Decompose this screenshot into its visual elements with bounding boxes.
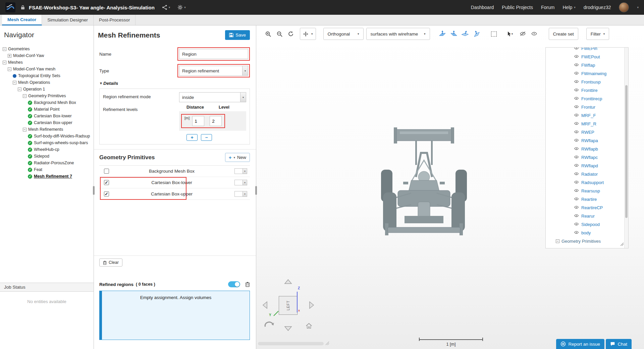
viewport[interactable]: ▾ Orthogonal ▾ surfaces with wireframe ▾ (256, 25, 644, 349)
tree-item-geometry-primitives[interactable]: −Geometry Primitives (0, 93, 93, 99)
entity-item-fwmainwing[interactable]: FWmainwing (546, 69, 628, 78)
navigator-resize-handle[interactable] (93, 186, 95, 195)
refresh-view-icon[interactable] (286, 30, 295, 38)
clip-plane-free-icon[interactable] (472, 30, 481, 38)
nav-link-forum[interactable]: Forum (541, 5, 554, 10)
save-button[interactable]: Save (225, 30, 250, 40)
entity-item-radiator[interactable]: Radiator (546, 170, 628, 178)
entity-item-rwflapc[interactable]: RWflapc (546, 153, 628, 162)
panel-resize-corner-icon[interactable] (620, 241, 624, 247)
visibility-eye-icon[interactable] (574, 171, 579, 177)
horizontal-scrollbar[interactable] (258, 342, 324, 345)
tree-item-wheelhub-cp[interactable]: ✓WheelHub-cp (0, 146, 93, 153)
visibility-eye-icon[interactable] (574, 62, 579, 68)
visibility-eye-icon[interactable] (574, 163, 579, 169)
rotate-right-arrow[interactable] (309, 301, 314, 310)
tree-item-feat[interactable]: ✓Feat (0, 166, 93, 173)
rotate-left-arrow[interactable] (262, 301, 268, 310)
panel-resize-handle[interactable] (255, 186, 257, 195)
tree-item-geometries[interactable]: −Geometries (0, 46, 93, 52)
visibility-eye-icon[interactable] (574, 88, 579, 94)
nav-link-public-projects[interactable]: Public Projects (502, 5, 533, 10)
report-issue-button[interactable]: Report an issue (556, 339, 604, 349)
tree-item-material-point[interactable]: ✓Material Point (0, 106, 93, 113)
tab-mesh-creator[interactable]: Mesh Creator (2, 15, 42, 25)
row-options-select[interactable]: ▾ (234, 180, 247, 185)
entity-item-rwep[interactable]: RWEP (546, 128, 628, 136)
tab-post-processor[interactable]: Post-Processor (94, 15, 136, 25)
tree-item-operation-1[interactable]: −Operation 1 (0, 86, 93, 93)
show-all-icon[interactable] (530, 30, 539, 38)
zoom-out-icon[interactable] (275, 30, 284, 38)
home-view-icon[interactable] (305, 323, 313, 331)
entity-item-frontsusp[interactable]: Frontsusp (546, 78, 628, 86)
level-input[interactable] (210, 116, 222, 126)
visibility-eye-icon[interactable] (574, 188, 579, 194)
entity-group-geometry-primitives[interactable]: −Geometry Primitives (546, 237, 628, 245)
visibility-eye-icon[interactable] (574, 129, 579, 135)
pan-tool-button[interactable]: ▾ (300, 28, 316, 40)
entity-item-fwflap[interactable]: FWflap (546, 61, 628, 69)
scrollbar-thumb[interactable] (625, 85, 628, 218)
visibility-eye-icon[interactable] (574, 121, 579, 127)
entity-scrollbar[interactable] (624, 48, 628, 248)
visibility-eye-icon[interactable] (574, 104, 579, 110)
entity-item-reartire[interactable]: Reartire (546, 195, 628, 203)
tree-item-mesh-operations[interactable]: −Mesh Operations (0, 79, 93, 86)
tab-simulation-designer[interactable]: Simulation Designer (42, 15, 94, 25)
rotate-up-arrow[interactable] (284, 279, 292, 286)
tree-item-radiator-porouszone[interactable]: ✓Radiator-PorousZone (0, 160, 93, 166)
visibility-eye-icon[interactable] (574, 138, 579, 144)
visibility-eye-icon[interactable] (574, 47, 579, 52)
clip-plane-x-icon[interactable] (438, 30, 447, 38)
entity-item-rearur[interactable]: Rearur (546, 212, 628, 220)
checkbox-background-mesh-box[interactable] (104, 169, 109, 174)
distance-input[interactable] (192, 116, 204, 126)
entity-item-body[interactable]: body (546, 229, 628, 237)
entity-item-rearsusp[interactable]: Rearsusp (546, 187, 628, 195)
tree-item-cartesian-box-lower[interactable]: ✓Cartesian Box-lower (0, 113, 93, 119)
rotate-down-arrow[interactable] (284, 326, 292, 333)
avatar[interactable] (619, 2, 629, 12)
visibility-eye-icon[interactable] (574, 79, 579, 85)
app-logo-icon[interactable] (5, 2, 15, 12)
entity-item-rwflapa[interactable]: RWflapa (546, 136, 628, 145)
checkbox-cartesian-box-upper[interactable] (104, 191, 109, 196)
row-options-select[interactable]: ▾ (234, 191, 247, 197)
visibility-eye-icon[interactable] (574, 96, 579, 102)
tree-item-model-conf-yaw[interactable]: +Model-Conf-Yaw (0, 52, 93, 59)
visibility-eye-icon[interactable] (574, 180, 579, 186)
visibility-eye-icon[interactable] (574, 146, 579, 152)
share-button[interactable]: ▾ (162, 5, 170, 10)
projection-select[interactable]: Orthogonal ▾ (323, 28, 364, 40)
tree-item-sidepod[interactable]: ✓Sidepod (0, 153, 93, 160)
tree-item-mesh-refinements[interactable]: −Mesh Refinements (0, 126, 93, 133)
select-tool-button[interactable]: ▾ (504, 30, 516, 38)
resize-grip-icon[interactable] (325, 341, 329, 347)
tree-item-model-conf-yaw-mesh[interactable]: −Model-Conf-Yaw mesh (0, 66, 93, 72)
chat-button[interactable]: Chat (606, 339, 632, 349)
visibility-eye-icon[interactable] (574, 205, 579, 211)
zoom-in-icon[interactable] (264, 30, 272, 38)
assignment-toggle[interactable] (228, 281, 240, 287)
visibility-eye-icon[interactable] (574, 213, 579, 219)
create-set-button[interactable]: Create set (549, 28, 578, 40)
car-model-render[interactable] (380, 126, 471, 255)
name-input[interactable] (179, 49, 248, 59)
clip-plane-y-icon[interactable] (449, 30, 458, 38)
render-mode-select[interactable]: surfaces with wireframe ▾ (366, 28, 430, 40)
tree-item-surf-body-diff-wsides-radsup[interactable]: ✓Surf-body-diff-Wsides-Radsup (0, 133, 93, 139)
visibility-eye-icon[interactable] (574, 222, 579, 228)
mode-select[interactable]: inside ▾ (179, 92, 246, 102)
row-options-select[interactable]: ▾ (234, 168, 247, 174)
hide-selection-icon[interactable] (519, 30, 527, 38)
entity-item-fronttire[interactable]: Fronttire (546, 86, 628, 95)
visibility-eye-icon[interactable] (574, 155, 579, 161)
entity-item-reartirecp[interactable]: ReartireCP (546, 203, 628, 212)
new-primitive-button[interactable]: + ▾ New (225, 153, 250, 162)
add-level-button[interactable]: + (186, 134, 198, 141)
view-cube[interactable]: LEFT (279, 296, 298, 315)
entity-item-fwepin[interactable]: FWEPin (546, 47, 628, 53)
remove-level-button[interactable]: − (201, 134, 212, 141)
tree-item-topological-entity-sets[interactable]: Topological Entity Sets (0, 72, 93, 79)
